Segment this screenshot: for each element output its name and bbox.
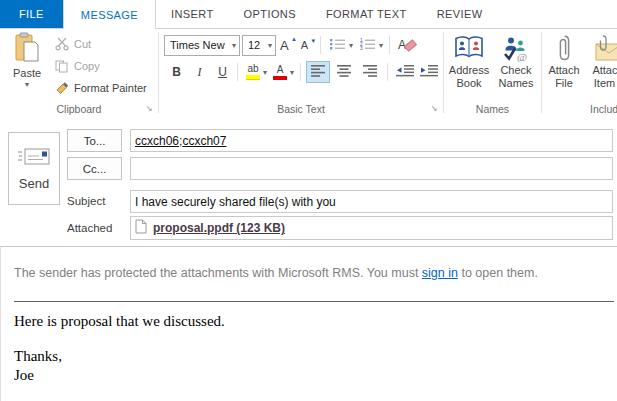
italic-button[interactable]: I <box>189 61 210 83</box>
align-left-button[interactable] <box>306 61 330 83</box>
numbering-button[interactable]: 1 2 3 ▾ <box>357 34 385 56</box>
paperclip-icon <box>558 33 571 63</box>
check-names-icon: @ <box>501 33 531 63</box>
ribbon-group-clipboard: Paste ▾ Cut <box>0 28 158 116</box>
copy-label: Copy <box>74 60 100 72</box>
to-button[interactable]: To... <box>67 129 122 152</box>
italic-label: I <box>191 65 208 80</box>
separator <box>237 63 238 81</box>
names-group-label: Names <box>444 103 541 115</box>
cc-button[interactable]: Cc... <box>67 157 122 180</box>
tab-review[interactable]: REVIEW <box>422 0 498 28</box>
font-family-select[interactable]: Times New ▾ <box>164 35 240 56</box>
copy-icon <box>53 60 70 73</box>
grow-font-label: A <box>280 38 289 53</box>
message-body[interactable]: The sender has protected the attachments… <box>0 246 617 401</box>
align-right-icon <box>363 63 378 81</box>
recipient[interactable]: ccxch07 <box>182 134 226 148</box>
include-group-label: Include <box>542 103 617 115</box>
font-color-button[interactable]: A ▾ <box>271 61 296 83</box>
format-painter-button[interactable]: Format Painter <box>53 77 147 99</box>
check-names-label: Check Names <box>493 64 539 90</box>
bullets-icon <box>329 36 346 54</box>
align-center-button[interactable] <box>332 61 356 83</box>
message-header: Send To... ccxch06; ccxch07 Cc... Subjec… <box>0 116 617 246</box>
font-size-select[interactable]: 12 ▾ <box>242 35 276 56</box>
format-painter-icon <box>53 82 70 95</box>
tab-insert[interactable]: INSERT <box>156 0 229 28</box>
up-arrow-icon: ▴ <box>292 35 296 43</box>
address-book-label: Address Book <box>446 64 492 90</box>
highlight-icon: ab <box>246 64 260 80</box>
svg-text:3: 3 <box>360 46 363 50</box>
basic-text-dialog-launcher-icon[interactable]: ↘ <box>429 104 439 114</box>
underline-label: U <box>214 65 231 79</box>
outlook-compose-window: FILE MESSAGE INSERT OPTIONS FORMAT TEXT … <box>0 0 617 401</box>
align-left-icon <box>311 63 326 81</box>
attachment-link[interactable]: proposal.ppdf (123 KB) <box>153 221 285 235</box>
body-line: Thanks, <box>14 348 603 365</box>
text-highlight-button[interactable]: ab ▾ <box>244 61 269 83</box>
format-painter-label: Format Painter <box>74 82 147 94</box>
decrease-indent-button[interactable] <box>394 61 416 83</box>
paste-label: Paste <box>13 67 41 79</box>
clear-formatting-button[interactable]: A <box>396 34 418 56</box>
to-field[interactable]: ccxch06; ccxch07 <box>130 129 613 152</box>
chevron-down-icon: ▾ <box>232 41 236 50</box>
increase-indent-button[interactable] <box>418 61 440 83</box>
chevron-down-icon: ▾ <box>290 68 294 77</box>
address-book-icon <box>454 33 484 63</box>
chevron-down-icon: ▾ <box>349 41 353 50</box>
cut-button[interactable]: Cut <box>53 33 147 55</box>
clipboard-group-label: Clipboard <box>0 103 158 115</box>
copy-button[interactable]: Copy <box>53 55 147 77</box>
ribbon-group-include: Attach File Attach Item▾ Include <box>542 28 617 116</box>
tab-options[interactable]: OPTIONS <box>229 0 311 28</box>
attach-file-label: Attach File <box>541 64 587 90</box>
cc-field[interactable] <box>130 157 613 180</box>
paste-icon <box>15 32 39 64</box>
tab-format-text[interactable]: FORMAT TEXT <box>311 0 422 28</box>
chevron-down-icon: ▾ <box>263 68 267 77</box>
body-divider <box>14 301 614 302</box>
bold-label: B <box>168 65 185 79</box>
ribbon: Paste ▾ Cut <box>0 28 617 117</box>
clipboard-small-buttons: Cut Copy <box>53 33 147 99</box>
rms-protection-notice: The sender has protected the attachments… <box>14 266 611 280</box>
tab-file[interactable]: FILE <box>0 0 63 28</box>
bold-button[interactable]: B <box>166 61 187 83</box>
numbering-icon: 1 2 3 <box>359 36 376 54</box>
underline-button[interactable]: U <box>212 61 233 83</box>
chevron-down-icon: ▾ <box>268 41 272 50</box>
grow-font-button[interactable]: A▴ <box>278 34 297 56</box>
shrink-font-button[interactable]: A▾ <box>299 34 316 56</box>
shrink-font-label: A <box>301 39 308 51</box>
align-right-button[interactable] <box>358 61 382 83</box>
clipboard-dialog-launcher-icon[interactable]: ↘ <box>144 104 154 114</box>
bullets-button[interactable]: ▾ <box>327 34 355 56</box>
send-button[interactable]: Send <box>8 132 60 205</box>
sign-in-link[interactable]: sign in <box>422 266 458 280</box>
cut-label: Cut <box>74 38 91 50</box>
ribbon-tab-bar: FILE MESSAGE INSERT OPTIONS FORMAT TEXT … <box>0 0 617 29</box>
subject-value: I have securely shared file(s) with you <box>135 195 336 209</box>
ribbon-group-basic-text: Times New ▾ 12 ▾ A▴ A▾ <box>159 28 443 116</box>
basic-text-group-label: Basic Text <box>159 103 443 115</box>
separator <box>320 36 321 54</box>
attached-label: Attached <box>67 222 112 234</box>
attached-field[interactable]: proposal.ppdf (123 KB) <box>130 216 613 240</box>
font-color-icon: A <box>273 65 287 80</box>
cut-icon <box>53 37 70 51</box>
notice-text: The sender has protected the attachments… <box>14 266 422 280</box>
subject-field[interactable]: I have securely shared file(s) with you <box>130 190 613 213</box>
separator <box>389 36 390 54</box>
recipient[interactable]: ccxch06 <box>135 134 179 148</box>
font-family-value: Times New <box>170 39 225 51</box>
attachment-file-icon <box>135 219 147 237</box>
ribbon-group-names: Address Book @ Check Names Names <box>444 28 541 116</box>
tab-message[interactable]: MESSAGE <box>63 0 156 29</box>
paste-button[interactable]: Paste ▾ <box>5 32 49 106</box>
font-size-value: 12 <box>248 39 260 51</box>
decrease-indent-icon <box>396 63 414 81</box>
increase-indent-icon <box>420 63 438 81</box>
